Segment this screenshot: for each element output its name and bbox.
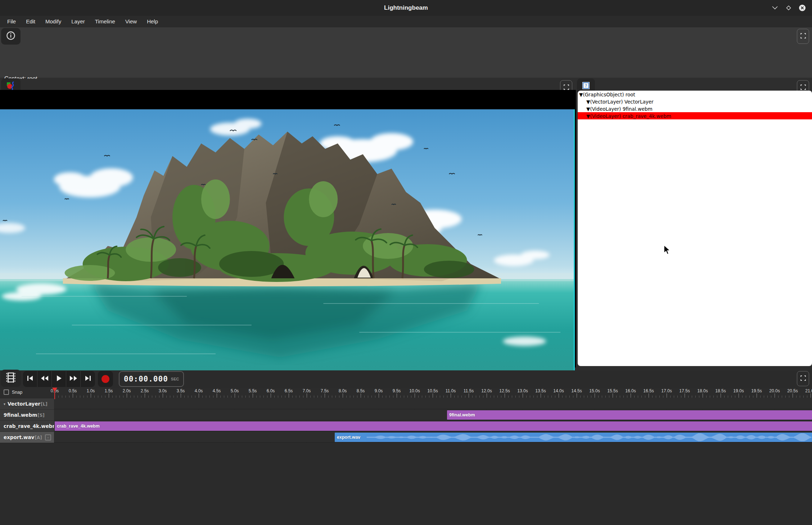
ruler-tick xyxy=(645,396,645,398)
ruler-tick xyxy=(519,396,519,398)
ruler-tick xyxy=(735,396,735,398)
tree-row[interactable]: ▼(GraphicsObject) root xyxy=(578,91,812,98)
ruler-tick xyxy=(227,396,228,398)
ruler-tick xyxy=(469,393,469,398)
ruler-tick xyxy=(609,396,609,398)
ruler-tick xyxy=(418,396,419,398)
ruler-tick xyxy=(371,396,372,398)
menu-item-modify[interactable]: Modify xyxy=(40,16,66,27)
clip-label: crab_rave_4k.webm xyxy=(55,424,100,429)
clip-label: 9final.webm xyxy=(447,412,475,417)
play-button[interactable] xyxy=(52,371,66,387)
snap-checkbox[interactable] xyxy=(4,389,9,395)
ruler-tick xyxy=(325,393,325,398)
time-display[interactable]: 00:00.000 SEC xyxy=(119,371,184,387)
ruler-tick xyxy=(598,396,599,398)
ruler-tick xyxy=(429,396,429,398)
ruler-tick xyxy=(62,396,62,398)
ruler-tick xyxy=(566,396,566,398)
clip-audio[interactable]: export.wav xyxy=(335,433,812,442)
expand-arrow-icon[interactable]: ▾ xyxy=(4,402,5,406)
fullscreen-icon xyxy=(800,33,806,40)
ruler-label: 4.0s xyxy=(195,388,203,393)
timeline-ruler[interactable]: Snap 0.0s0.5s1.0s1.5s2.0s2.5s3.0s3.5s4.0… xyxy=(0,388,812,398)
skip-to-start-button[interactable] xyxy=(23,371,37,387)
menu-item-file[interactable]: File xyxy=(2,16,21,27)
stage-panel xyxy=(0,79,576,368)
ruler-tick xyxy=(695,396,696,398)
track-label-9final-webm[interactable]: 9final.webm[S] xyxy=(0,410,54,420)
ruler-tick xyxy=(350,396,350,398)
playhead[interactable] xyxy=(52,388,58,401)
ruler-tick xyxy=(490,396,491,398)
ruler-tick xyxy=(278,396,278,398)
ruler-tick xyxy=(631,393,631,398)
clip-video[interactable]: crab_rave_4k.webm xyxy=(55,421,812,431)
skip-to-end-button[interactable] xyxy=(81,371,95,387)
info-tool-button[interactable] xyxy=(1,28,21,45)
menu-item-layer[interactable]: Layer xyxy=(66,16,90,27)
ruler-tick xyxy=(400,396,401,398)
ruler-tick xyxy=(505,393,505,398)
track-label-export-wav[interactable]: export.wav[A]- xyxy=(0,432,54,443)
timeline-tools-button[interactable] xyxy=(1,370,21,387)
ruler-tick xyxy=(479,396,480,398)
menu-item-help[interactable]: Help xyxy=(142,16,163,27)
close-icon xyxy=(799,4,806,12)
ruler-tick xyxy=(620,396,620,398)
track-label-VectorLayer[interactable]: ▾VectorLayer[L] xyxy=(0,398,54,409)
maximize-button[interactable] xyxy=(784,3,793,13)
menu-item-edit[interactable]: Edit xyxy=(21,16,40,27)
ruler-tick xyxy=(411,396,411,398)
ruler-tick xyxy=(613,393,613,398)
track-label-crab_rave_4k-webm[interactable]: crab_rave_4k.webm[S] xyxy=(0,421,54,432)
ruler-tick xyxy=(785,396,786,398)
diamond-icon xyxy=(786,5,791,11)
ruler-tick xyxy=(803,396,804,398)
ruler-tick xyxy=(191,396,192,398)
track-row: export.wavexport.wav[A]- xyxy=(0,432,812,443)
tree-row[interactable]: ▼(VideoLayer) 9final.webm xyxy=(578,105,812,112)
ruler-tick xyxy=(368,396,368,398)
minimize-button[interactable] xyxy=(770,3,780,13)
ruler-label: 5.0s xyxy=(231,388,239,393)
close-button[interactable] xyxy=(798,3,807,13)
ruler-tick xyxy=(202,396,203,398)
timeline-fullscreen-button[interactable] xyxy=(797,371,809,386)
ruler-tick xyxy=(425,396,426,398)
tree-row[interactable]: ▼(VectorLayer) VectorLayer xyxy=(578,98,812,105)
menu-item-view[interactable]: View xyxy=(120,16,142,27)
ruler-tick xyxy=(559,393,559,398)
ruler-tick xyxy=(731,396,732,398)
info-panel-fullscreen-button[interactable] xyxy=(797,29,809,44)
ruler-tick xyxy=(274,396,275,398)
track-type-suffix: [A] xyxy=(35,435,42,440)
ruler-label: 13.5s xyxy=(535,388,546,393)
ruler-tick xyxy=(533,396,534,398)
timeline-header: 00:00.000 SEC xyxy=(0,370,812,388)
ruler-tick xyxy=(346,396,347,398)
ruler-tick xyxy=(397,393,397,398)
chevron-down-icon xyxy=(772,6,778,10)
video-frame-island[interactable] xyxy=(0,109,575,371)
track-checkbox[interactable]: - xyxy=(45,434,51,440)
record-button[interactable] xyxy=(98,371,113,387)
menu-item-timeline[interactable]: Timeline xyxy=(90,16,120,27)
ruler-tick xyxy=(440,396,440,398)
track-row: crab_rave_4k.webmcrab_rave_4k.webm[S] xyxy=(0,421,812,432)
ruler-tick xyxy=(454,396,455,398)
ruler-tick xyxy=(580,396,581,398)
ruler-tick xyxy=(807,396,807,398)
ruler-tick xyxy=(137,396,138,398)
ruler-tick xyxy=(562,396,563,398)
clip-video[interactable]: 9final.webm xyxy=(447,410,812,420)
ruler-tick xyxy=(87,396,87,398)
track-name: export.wav[A] xyxy=(4,434,42,440)
rewind-button[interactable] xyxy=(37,371,52,387)
ruler-tick xyxy=(728,396,728,398)
ruler-tick xyxy=(213,396,213,398)
ruler-tick xyxy=(623,396,624,398)
info-circle-icon xyxy=(6,31,15,42)
fast-forward-button[interactable] xyxy=(66,371,81,387)
tree-row[interactable]: ▼(VideoLayer) crab_rave_4k.webm xyxy=(578,112,812,119)
